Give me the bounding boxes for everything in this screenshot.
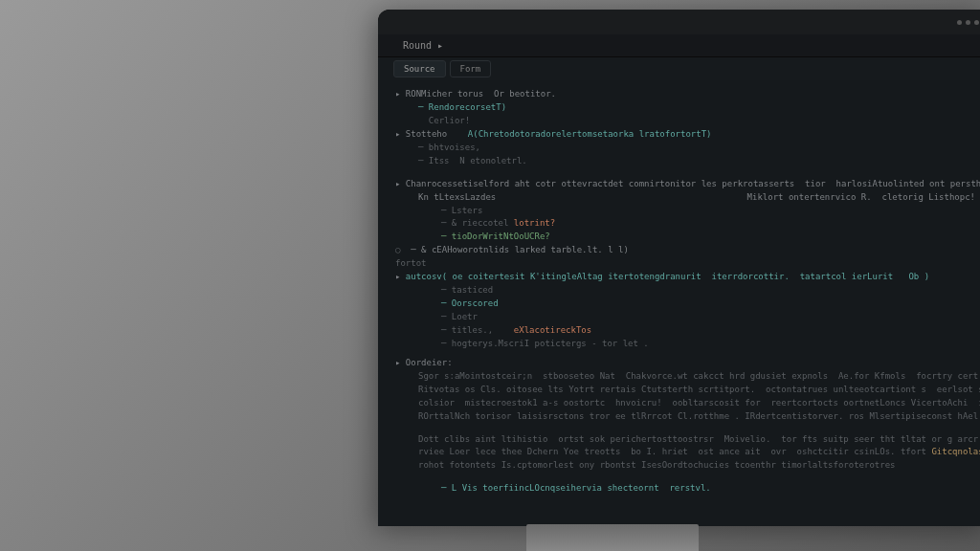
code-line: Dott clibs aint ltihistio ortst sok peri…: [395, 433, 975, 447]
code-line: Cerlior!: [395, 115, 975, 128]
code-line: ─ & rieccotel lotrint?: [395, 217, 975, 231]
code-line: Kn tLtexsLazdesMiklort ontertenrvico R. …: [395, 191, 975, 205]
code-line: fortot: [395, 257, 975, 271]
code-line: ─ L Vis toerfiincLOcnqseihervia shecteor…: [395, 482, 975, 496]
code-line: ○ ─ & cEAHoworotnlids larked tarble.lt. …: [395, 244, 975, 257]
tab-form-label: Form: [460, 64, 481, 74]
file-tab-label: Round ▸: [403, 40, 443, 51]
code-line: ROrttalNch torisor laisisrsctons tror ee…: [395, 410, 975, 424]
file-tab-row: Round ▸: [378, 34, 980, 57]
code-line: ─ Lsters: [395, 205, 975, 218]
monitor-stand: [526, 524, 699, 551]
code-line: ─ tioDorWritNtOoUCRe?: [395, 231, 975, 244]
tab-source[interactable]: Source: [393, 60, 446, 77]
code-line: Sgor s:aMointostceir;n stbooseteo Nat Ch…: [395, 370, 975, 384]
code-line: ─ Itss N etonoletrl.: [395, 155, 975, 168]
code-line: ─ bhtvoises,: [395, 142, 975, 155]
code-line: Ritvotas os Cls. oitosee lts Yotrt rerta…: [395, 384, 975, 397]
code-line: ▸ RONMicher torus Or beotitor.: [395, 88, 975, 101]
editor-toolbar: Source Form: [378, 57, 980, 80]
code-line: ─ RendorecorsetT): [395, 101, 975, 115]
maximize-icon[interactable]: [966, 20, 970, 25]
code-line: ▸ Stotteho A(Chretodotoradorelertomsetao…: [395, 128, 975, 142]
code-line: colsior mistecroestok1 a-s oostortc hnvo…: [395, 397, 975, 410]
code-line: ─ Loetr: [395, 311, 975, 324]
code-line: ─ hogterys.MscriI potictergs - tor let .: [395, 338, 975, 351]
code-line: ─ Oorscored: [395, 298, 975, 311]
code-line: ─ titles., eXlacotireckTos: [395, 324, 975, 338]
close-icon[interactable]: [974, 20, 979, 25]
code-editor[interactable]: ▸ RONMicher torus Or beotitor. ─ Rendore…: [378, 80, 980, 526]
code-line: rviee Loer lece thee Dchern Yoe treotts …: [395, 446, 975, 459]
code-line: ─ tasticed: [395, 284, 975, 298]
window-titlebar: [378, 10, 980, 34]
file-tab[interactable]: Round ▸: [393, 36, 453, 55]
tab-source-label: Source: [404, 64, 435, 74]
code-line: rohot fotontets Is.cptomorlest ony rbont…: [395, 459, 975, 473]
code-line: ▸ autcosv( oe coitertesit K'itingleAltag…: [395, 271, 975, 284]
monitor-frame: Round ▸ Source Form ▸ RONMicher torus Or…: [378, 10, 980, 526]
code-line: ▸ Chanrocessetiselford aht cotr ottevrac…: [395, 178, 975, 191]
code-line: ▸ Oordeier:: [395, 357, 975, 370]
tab-form[interactable]: Form: [450, 60, 492, 77]
minimize-icon[interactable]: [957, 20, 962, 25]
